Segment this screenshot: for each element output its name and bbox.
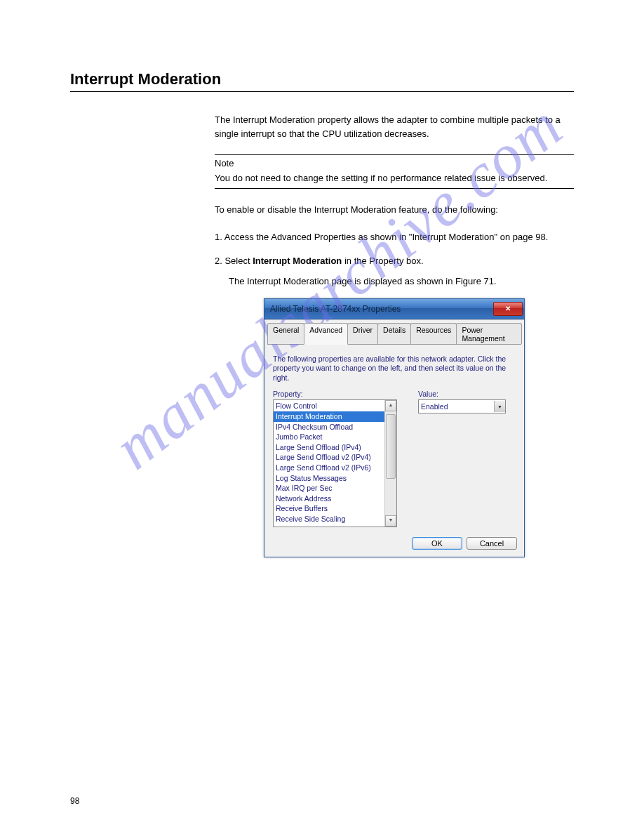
step-2: 2. Select Interrupt Moderation in the Pr… (215, 254, 574, 289)
list-item[interactable]: Max IRQ per Sec (274, 483, 384, 494)
list-item[interactable]: IPv4 Checksum Offload (274, 422, 384, 432)
step-1: 1. Access the Advanced Properties as sho… (215, 230, 574, 244)
step-2-post: in the Property box. (342, 256, 423, 266)
tab-resources[interactable]: Resources (410, 323, 457, 344)
steps-lead: To enable or disable the Interrupt Moder… (215, 203, 574, 217)
scroll-down-icon[interactable]: ▼ (385, 515, 396, 527)
value-selected: Enabled (421, 402, 448, 411)
value-select[interactable]: Enabled ▼ (418, 399, 506, 413)
value-label: Value: (418, 390, 506, 398)
tab-driver[interactable]: Driver (347, 323, 378, 344)
note-divider-top (215, 154, 574, 155)
tab-general[interactable]: General (267, 323, 304, 344)
scroll-track[interactable] (386, 411, 396, 515)
scroll-up-icon[interactable]: ▲ (385, 400, 396, 411)
note-divider-bottom (215, 188, 574, 189)
close-icon: ✕ (505, 304, 511, 314)
list-item[interactable]: Receive Buffers (274, 503, 384, 514)
property-listbox[interactable]: Flow Control Interrupt Moderation IPv4 C… (273, 399, 397, 527)
tab-description: The following properties are available f… (273, 355, 516, 383)
section-title: Interrupt Moderation (70, 70, 574, 88)
list-item[interactable]: Jumbo Packet (274, 432, 384, 442)
ok-button[interactable]: OK (412, 537, 462, 550)
list-item[interactable]: Network Address (274, 494, 384, 504)
dialog-screenshot: Allied Telesis AT-2874xx Properties ✕ Ge… (264, 298, 574, 558)
list-item[interactable]: Log Status Messages (274, 473, 384, 484)
properties-dialog: Allied Telesis AT-2874xx Properties ✕ Ge… (264, 298, 525, 558)
list-item[interactable]: Receive Side Scaling (274, 514, 384, 524)
scroll-thumb[interactable] (386, 414, 396, 479)
note-label: Note (215, 158, 574, 168)
step-1-post: . (546, 232, 549, 242)
tab-power-management[interactable]: Power Management (456, 323, 522, 344)
tab-content: The following properties are available f… (267, 350, 521, 532)
dialog-title: Allied Telesis AT-2874xx Properties (270, 304, 401, 314)
list-item[interactable]: Large Send Offload v2 (IPv6) (274, 463, 384, 473)
dialog-titlebar[interactable]: Allied Telesis AT-2874xx Properties ✕ (264, 299, 524, 319)
cancel-button[interactable]: Cancel (467, 537, 517, 550)
listbox-scrollbar[interactable]: ▲ ▼ (384, 400, 396, 527)
list-item[interactable]: Large Send Offload (IPv4) (274, 442, 384, 453)
step-2-tail: The Interrupt Moderation page is display… (229, 274, 574, 289)
step-1-pre: 1. Access the Advanced Properties as sho… (215, 232, 409, 242)
close-button[interactable]: ✕ (493, 302, 523, 316)
tab-details[interactable]: Details (377, 323, 411, 344)
dialog-body: General Advanced Driver Details Resource… (264, 319, 524, 557)
note-block: Note You do not need to change the setti… (215, 154, 574, 189)
section-divider (70, 91, 574, 92)
step-2-bold: Interrupt Moderation (253, 256, 342, 266)
list-item[interactable]: TCP Checksum Offload (IPv4) (274, 524, 384, 528)
intro-paragraph: The Interrupt Moderation property allows… (215, 113, 574, 140)
tab-row: General Advanced Driver Details Resource… (267, 323, 521, 345)
list-item[interactable]: Large Send Offload v2 (IPv4) (274, 452, 384, 463)
step-2-pre: 2. Select (215, 256, 253, 266)
dialog-footer: OK Cancel (267, 531, 521, 554)
list-item[interactable]: Flow Control (274, 401, 384, 411)
list-item[interactable]: Interrupt Moderation (274, 411, 384, 422)
step-1-link: "Interrupt Moderation" on page 98 (409, 232, 546, 242)
tab-advanced[interactable]: Advanced (304, 323, 348, 345)
chevron-down-icon[interactable]: ▼ (494, 401, 505, 412)
page-number: 98 (70, 796, 79, 806)
note-text: You do not need to change the setting if… (215, 171, 574, 185)
property-label: Property: (273, 390, 397, 398)
